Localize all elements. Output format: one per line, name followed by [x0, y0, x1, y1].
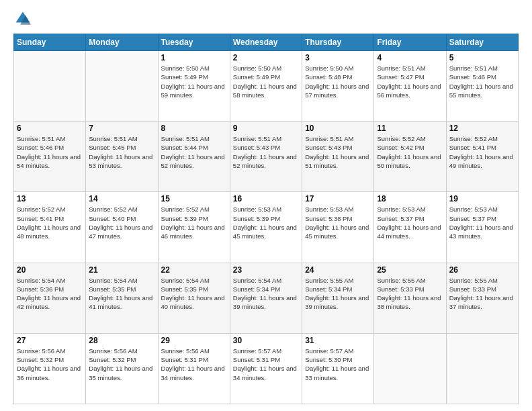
day-cell: 28Sunrise: 5:56 AM Sunset: 5:32 PM Dayli… [86, 333, 158, 404]
day-cell [86, 51, 158, 122]
day-cell: 26Sunrise: 5:55 AM Sunset: 5:33 PM Dayli… [446, 263, 518, 333]
day-cell: 25Sunrise: 5:55 AM Sunset: 5:33 PM Dayli… [374, 263, 446, 333]
day-info: Sunrise: 5:56 AM Sunset: 5:32 PM Dayligh… [89, 347, 154, 382]
header-cell-tuesday: Tuesday [158, 34, 230, 51]
day-cell: 4Sunrise: 5:51 AM Sunset: 5:47 PM Daylig… [374, 51, 446, 122]
header-cell-sunday: Sunday [14, 34, 86, 51]
day-info: Sunrise: 5:54 AM Sunset: 5:34 PM Dayligh… [233, 276, 299, 312]
logo [13, 11, 31, 27]
day-info: Sunrise: 5:54 AM Sunset: 5:36 PM Dayligh… [17, 276, 83, 312]
day-info: Sunrise: 5:54 AM Sunset: 5:35 PM Dayligh… [161, 276, 227, 312]
day-number: 4 [377, 53, 443, 62]
day-number: 15 [161, 194, 227, 203]
day-cell: 12Sunrise: 5:52 AM Sunset: 5:41 PM Dayli… [446, 122, 518, 192]
day-number: 30 [233, 336, 299, 345]
day-cell: 8Sunrise: 5:51 AM Sunset: 5:44 PM Daylig… [158, 122, 230, 192]
week-row-2: 6Sunrise: 5:51 AM Sunset: 5:46 PM Daylig… [14, 122, 519, 192]
day-number: 12 [449, 124, 515, 133]
day-number: 11 [377, 124, 443, 133]
day-info: Sunrise: 5:52 AM Sunset: 5:41 PM Dayligh… [449, 134, 515, 170]
header [13, 11, 519, 27]
day-number: 28 [89, 336, 154, 345]
day-info: Sunrise: 5:57 AM Sunset: 5:30 PM Dayligh… [305, 347, 371, 382]
day-info: Sunrise: 5:52 AM Sunset: 5:39 PM Dayligh… [161, 205, 227, 240]
day-cell: 2Sunrise: 5:50 AM Sunset: 5:49 PM Daylig… [230, 51, 302, 122]
day-number: 16 [233, 194, 299, 203]
day-info: Sunrise: 5:51 AM Sunset: 5:47 PM Dayligh… [377, 64, 443, 99]
day-cell: 5Sunrise: 5:51 AM Sunset: 5:46 PM Daylig… [446, 51, 518, 122]
day-number: 2 [233, 53, 299, 62]
day-info: Sunrise: 5:50 AM Sunset: 5:49 PM Dayligh… [161, 64, 227, 99]
week-row-5: 27Sunrise: 5:56 AM Sunset: 5:32 PM Dayli… [14, 333, 519, 404]
day-info: Sunrise: 5:51 AM Sunset: 5:44 PM Dayligh… [161, 134, 227, 170]
day-info: Sunrise: 5:54 AM Sunset: 5:35 PM Dayligh… [89, 276, 154, 312]
day-cell: 14Sunrise: 5:52 AM Sunset: 5:40 PM Dayli… [86, 192, 158, 263]
day-cell: 9Sunrise: 5:51 AM Sunset: 5:43 PM Daylig… [230, 122, 302, 192]
day-number: 23 [233, 265, 299, 275]
day-number: 17 [305, 194, 371, 203]
day-cell: 17Sunrise: 5:53 AM Sunset: 5:38 PM Dayli… [302, 192, 374, 263]
day-cell: 10Sunrise: 5:51 AM Sunset: 5:43 PM Dayli… [302, 122, 374, 192]
week-row-4: 20Sunrise: 5:54 AM Sunset: 5:36 PM Dayli… [14, 263, 519, 333]
day-info: Sunrise: 5:53 AM Sunset: 5:37 PM Dayligh… [449, 205, 515, 240]
day-number: 7 [89, 124, 154, 133]
day-cell: 22Sunrise: 5:54 AM Sunset: 5:35 PM Dayli… [158, 263, 230, 333]
page: SundayMondayTuesdayWednesdayThursdayFrid… [0, 0, 532, 411]
day-info: Sunrise: 5:56 AM Sunset: 5:31 PM Dayligh… [161, 347, 227, 382]
day-number: 27 [17, 336, 83, 345]
day-cell: 6Sunrise: 5:51 AM Sunset: 5:46 PM Daylig… [14, 122, 86, 192]
day-cell: 1Sunrise: 5:50 AM Sunset: 5:49 PM Daylig… [158, 51, 230, 122]
day-number: 1 [161, 53, 227, 62]
day-info: Sunrise: 5:57 AM Sunset: 5:31 PM Dayligh… [233, 347, 299, 382]
day-cell: 20Sunrise: 5:54 AM Sunset: 5:36 PM Dayli… [14, 263, 86, 333]
logo-icon [15, 11, 31, 27]
week-row-1: 1Sunrise: 5:50 AM Sunset: 5:49 PM Daylig… [14, 51, 519, 122]
day-number: 25 [377, 265, 443, 275]
day-info: Sunrise: 5:55 AM Sunset: 5:33 PM Dayligh… [377, 276, 443, 312]
day-number: 19 [449, 194, 515, 203]
day-cell: 13Sunrise: 5:52 AM Sunset: 5:41 PM Dayli… [14, 192, 86, 263]
day-info: Sunrise: 5:52 AM Sunset: 5:41 PM Dayligh… [17, 205, 83, 240]
day-cell: 19Sunrise: 5:53 AM Sunset: 5:37 PM Dayli… [446, 192, 518, 263]
header-cell-saturday: Saturday [446, 34, 518, 51]
day-number: 31 [305, 336, 371, 345]
day-number: 24 [305, 265, 371, 275]
day-info: Sunrise: 5:53 AM Sunset: 5:37 PM Dayligh… [377, 205, 443, 240]
day-cell [14, 51, 86, 122]
day-info: Sunrise: 5:56 AM Sunset: 5:32 PM Dayligh… [17, 347, 83, 382]
day-cell: 21Sunrise: 5:54 AM Sunset: 5:35 PM Dayli… [86, 263, 158, 333]
day-number: 13 [17, 194, 83, 203]
day-number: 26 [449, 265, 515, 275]
day-info: Sunrise: 5:51 AM Sunset: 5:43 PM Dayligh… [233, 134, 299, 170]
day-cell: 15Sunrise: 5:52 AM Sunset: 5:39 PM Dayli… [158, 192, 230, 263]
week-row-3: 13Sunrise: 5:52 AM Sunset: 5:41 PM Dayli… [14, 192, 519, 263]
day-number: 18 [377, 194, 443, 203]
day-number: 29 [161, 336, 227, 345]
day-cell: 24Sunrise: 5:55 AM Sunset: 5:34 PM Dayli… [302, 263, 374, 333]
day-number: 5 [449, 53, 515, 62]
day-number: 6 [17, 124, 83, 133]
day-cell: 30Sunrise: 5:57 AM Sunset: 5:31 PM Dayli… [230, 333, 302, 404]
day-info: Sunrise: 5:52 AM Sunset: 5:40 PM Dayligh… [89, 205, 154, 240]
day-cell: 27Sunrise: 5:56 AM Sunset: 5:32 PM Dayli… [14, 333, 86, 404]
header-cell-monday: Monday [86, 34, 158, 51]
calendar-table: SundayMondayTuesdayWednesdayThursdayFrid… [13, 34, 519, 404]
day-cell: 16Sunrise: 5:53 AM Sunset: 5:39 PM Dayli… [230, 192, 302, 263]
day-number: 9 [233, 124, 299, 133]
day-cell: 11Sunrise: 5:52 AM Sunset: 5:42 PM Dayli… [374, 122, 446, 192]
day-number: 10 [305, 124, 371, 133]
day-info: Sunrise: 5:53 AM Sunset: 5:39 PM Dayligh… [233, 205, 299, 240]
header-row: SundayMondayTuesdayWednesdayThursdayFrid… [14, 34, 519, 51]
day-number: 8 [161, 124, 227, 133]
day-cell: 7Sunrise: 5:51 AM Sunset: 5:45 PM Daylig… [86, 122, 158, 192]
day-number: 20 [17, 265, 83, 275]
day-info: Sunrise: 5:51 AM Sunset: 5:43 PM Dayligh… [305, 134, 371, 170]
header-cell-friday: Friday [374, 34, 446, 51]
day-info: Sunrise: 5:50 AM Sunset: 5:49 PM Dayligh… [233, 64, 299, 99]
day-cell [446, 333, 518, 404]
day-cell: 31Sunrise: 5:57 AM Sunset: 5:30 PM Dayli… [302, 333, 374, 404]
header-cell-thursday: Thursday [302, 34, 374, 51]
day-cell: 3Sunrise: 5:50 AM Sunset: 5:48 PM Daylig… [302, 51, 374, 122]
day-number: 21 [89, 265, 154, 275]
day-info: Sunrise: 5:55 AM Sunset: 5:33 PM Dayligh… [449, 276, 515, 312]
